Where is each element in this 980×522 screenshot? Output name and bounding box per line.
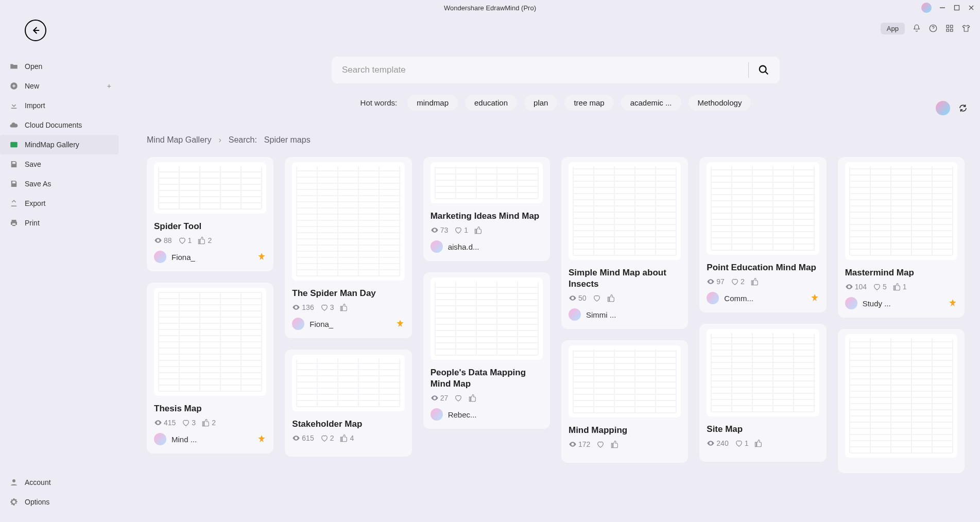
card-title: People's Data Mapping Mind Map xyxy=(431,367,543,390)
card-thumbnail xyxy=(569,162,681,260)
card-stats: 972 xyxy=(707,277,819,286)
gold-badge-icon xyxy=(810,293,819,303)
card-author: Rebec... xyxy=(431,408,543,421)
plus-icon[interactable]: + xyxy=(107,82,111,90)
sidebar-item-label: Cloud Documents xyxy=(25,121,82,129)
likes-stat: 1 xyxy=(454,226,468,234)
user-avatar[interactable] xyxy=(936,101,950,115)
gallery: Spider Tool8812Fiona_Thesis Map41532Mind… xyxy=(147,157,965,484)
close-icon[interactable] xyxy=(968,4,975,11)
thumbs-stat xyxy=(607,294,615,302)
sidebar-item-options[interactable]: Options xyxy=(0,492,118,512)
hot-chip[interactable]: mindmap xyxy=(407,95,458,111)
minimize-icon[interactable] xyxy=(939,4,946,11)
thumbs-stat xyxy=(611,440,619,448)
gallery-card[interactable]: Simple Mind Map about Insects50Simmi ... xyxy=(561,157,688,329)
card-thumbnail xyxy=(292,355,404,411)
maximize-icon[interactable] xyxy=(953,4,960,11)
search-input[interactable] xyxy=(342,65,739,75)
gallery-card[interactable]: The Spider Man Day1363Fiona_ xyxy=(285,157,411,338)
save-icon xyxy=(9,160,19,169)
shirt-icon[interactable] xyxy=(961,24,971,33)
sidebar-item-export[interactable]: Export xyxy=(0,194,118,213)
card-author: Comm... xyxy=(707,292,819,304)
bell-icon[interactable] xyxy=(912,24,921,33)
gallery-card[interactable]: Mind Mapping172 xyxy=(561,340,688,463)
gear-icon xyxy=(9,497,19,507)
chevron-right-icon: › xyxy=(218,135,221,145)
hot-chip[interactable]: plan xyxy=(524,95,557,111)
sidebar-item-save[interactable]: Save xyxy=(0,154,118,174)
hot-chip[interactable]: Methodology xyxy=(689,95,751,111)
card-stats: 172 xyxy=(569,440,681,448)
views-stat: 88 xyxy=(154,236,172,245)
sidebar-item-account[interactable]: Account xyxy=(0,473,118,492)
sidebar-item-label: Save xyxy=(25,160,41,168)
sidebar-item-open[interactable]: Open xyxy=(0,57,118,76)
gold-badge-icon xyxy=(257,434,266,444)
thumbs-stat: 1 xyxy=(893,283,907,291)
sync-icon[interactable] xyxy=(958,103,968,113)
gallery-card[interactable] xyxy=(838,329,965,473)
card-thumbnail xyxy=(431,162,543,203)
gallery-card[interactable]: People's Data Mapping Mind Map27Rebec... xyxy=(423,272,550,429)
sidebar-item-saveas[interactable]: Save As xyxy=(0,174,118,194)
gallery-card[interactable]: Thesis Map41532Mind ... xyxy=(147,283,273,454)
card-thumbnail xyxy=(707,162,819,255)
plus-circle-icon xyxy=(9,81,19,91)
sidebar-item-label: Export xyxy=(25,199,45,207)
search-box xyxy=(332,57,780,83)
thumbs-stat xyxy=(474,226,483,234)
gallery-card[interactable]: Marketing Ideas Mind Map731aisha.d... xyxy=(423,157,550,261)
grid-icon[interactable] xyxy=(945,24,954,33)
sidebar-item-gallery[interactable]: MindMap Gallery xyxy=(0,135,118,154)
user-avatar[interactable] xyxy=(921,3,932,13)
card-title: Stakeholder Map xyxy=(292,419,404,430)
gallery-card[interactable]: Site Map2401 xyxy=(699,324,826,462)
breadcrumb-query: Spider maps xyxy=(264,135,311,145)
sidebar-item-new[interactable]: New + xyxy=(0,76,118,96)
card-title: Mind Mapping xyxy=(569,425,681,436)
gallery-card[interactable]: Mastermind Map10451Study ... xyxy=(838,157,965,318)
sidebar-item-label: MindMap Gallery xyxy=(25,141,79,149)
hot-chip[interactable]: education xyxy=(465,95,517,111)
card-author: Fiona_ xyxy=(154,251,266,263)
author-name: Mind ... xyxy=(171,435,252,444)
author-name: Fiona_ xyxy=(171,253,252,262)
sidebar-item-cloud[interactable]: Cloud Documents xyxy=(0,115,118,135)
gallery-card[interactable]: Point Education Mind Map972Comm... xyxy=(699,157,826,312)
hot-chip[interactable]: academic ... xyxy=(621,95,681,111)
author-name: Fiona_ xyxy=(310,320,390,328)
card-stats: 27 xyxy=(431,394,543,402)
card-stats: 1363 xyxy=(292,303,404,311)
views-stat: 97 xyxy=(707,277,725,286)
card-author: Mind ... xyxy=(154,433,266,445)
likes-stat xyxy=(596,440,605,448)
user-icon xyxy=(9,478,19,487)
gallery-card[interactable]: Stakeholder Map61524 xyxy=(285,350,411,457)
sidebar-item-print[interactable]: Print xyxy=(0,213,118,233)
help-icon[interactable] xyxy=(929,24,938,33)
thumbs-stat xyxy=(469,394,477,402)
author-avatar xyxy=(845,297,857,309)
gold-badge-icon xyxy=(396,319,405,328)
app-badge[interactable]: App xyxy=(881,23,905,34)
hot-chip[interactable]: tree map xyxy=(564,95,613,111)
window-title: Wondershare EdrawMind (Pro) xyxy=(444,4,536,12)
card-author: Study ... xyxy=(845,297,957,309)
search-icon[interactable] xyxy=(758,64,769,76)
likes-stat xyxy=(454,394,462,402)
card-title: Site Map xyxy=(707,424,819,435)
gallery-card[interactable]: Spider Tool8812Fiona_ xyxy=(147,157,273,271)
back-button[interactable] xyxy=(25,20,46,41)
sidebar-item-import[interactable]: Import xyxy=(0,96,118,115)
card-thumbnail xyxy=(707,329,819,416)
author-name: Rebec... xyxy=(448,410,543,419)
breadcrumb-root[interactable]: Mind Map Gallery xyxy=(147,135,211,145)
svg-rect-7 xyxy=(947,29,949,32)
card-thumbnail xyxy=(431,277,543,360)
views-stat: 136 xyxy=(292,303,314,311)
sidebar-item-label: Import xyxy=(25,101,45,110)
card-title: Thesis Map xyxy=(154,403,266,414)
likes-stat: 3 xyxy=(182,419,196,427)
